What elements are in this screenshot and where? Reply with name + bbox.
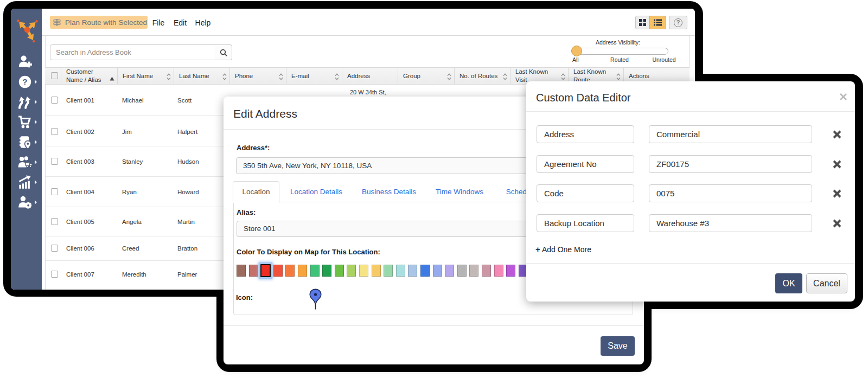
svg-text:?: ?	[22, 77, 27, 86]
